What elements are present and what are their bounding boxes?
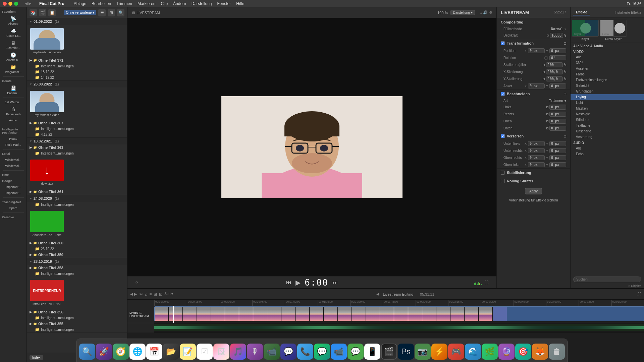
rolling-header[interactable]: Rolling Shutter	[497, 177, 570, 185]
menu-trimmen[interactable]: Trimmen	[116, 1, 132, 6]
video-track-content[interactable]	[154, 306, 644, 323]
crop-bottom-input[interactable]: 0 px	[549, 126, 566, 131]
clip-item-intro[interactable]: ENTREPRENEUR Intro Leon...ari FINAL	[28, 278, 66, 308]
dock-app3[interactable]: 🌊	[465, 344, 481, 360]
scale-x-input[interactable]: 100,0	[546, 69, 563, 74]
dock-app1[interactable]: ⚡	[431, 344, 447, 360]
unschaerfe-item[interactable]: Unschärfe	[571, 128, 644, 134]
dock-skype[interactable]: 📞	[297, 344, 313, 360]
audio-category[interactable]: AUDIO	[571, 140, 644, 145]
rotation-input[interactable]: 0°	[549, 55, 566, 60]
stilisieren-item[interactable]: Stilisieren	[571, 117, 644, 123]
menu-aendern[interactable]: Ändern	[173, 1, 186, 6]
maximize-button[interactable]	[14, 2, 18, 6]
title-ohne363[interactable]: ▶ 📁 Ohne Titel 363	[27, 144, 127, 150]
distort-icon[interactable]: ⊡	[564, 134, 566, 138]
video-clip-bar[interactable]	[154, 306, 644, 321]
crop-header[interactable]: ✓ Beschneiden ⊡	[497, 90, 570, 98]
top-left-y[interactable]: 0 px	[549, 162, 566, 167]
folder-intelligent-6[interactable]: 📁 Intelligent...mmlungen	[27, 315, 127, 321]
menu-darstellung[interactable]: Darstellung	[192, 1, 212, 6]
timeline-tool-2[interactable]: ⌂	[145, 292, 147, 297]
opacity-input[interactable]: 100,0	[550, 33, 563, 38]
minimize-button[interactable]	[8, 2, 12, 6]
dock-messages[interactable]: 💬	[280, 344, 297, 360]
bottom-left-x[interactable]: 0 px	[528, 141, 545, 146]
luma-keyer-thumb[interactable]: Luma	[600, 20, 627, 37]
rolling-checkbox[interactable]	[501, 179, 505, 183]
menu-markieren[interactable]: Markieren	[138, 1, 155, 6]
view-info-icon[interactable]: ℹ	[480, 10, 482, 15]
farbe-item[interactable]: Farbe	[571, 71, 644, 77]
transformation-header[interactable]: ✓ Transformation ⊡	[497, 39, 570, 47]
dock-trash[interactable]: 🗑	[549, 344, 565, 360]
top-right-y[interactable]: 0 px	[549, 155, 566, 160]
textfaeche-item[interactable]: Textfäche	[571, 123, 644, 128]
sidebar-item-icloud[interactable]: ☁️ iCloud Dr...	[0, 27, 26, 39]
timeline-nav-back[interactable]: ◀	[130, 292, 133, 296]
nostalgie-item[interactable]: Nostalgie	[571, 111, 644, 117]
title-ohne356[interactable]: ▶ 📁 Ohne Titel 356	[27, 309, 127, 315]
crop-right-input[interactable]: 0 px	[549, 112, 566, 117]
dock-app4[interactable]: 🌿	[482, 344, 498, 360]
title-ohne371[interactable]: ▶ 📁 Ohne Titel 371	[27, 57, 127, 63]
event-button[interactable]: 🎬	[39, 9, 46, 16]
preset-label[interactable]: Voreinstellung für Effekte sichern	[509, 198, 558, 202]
dock-safari[interactable]: 🧭	[113, 344, 129, 360]
folder-4-12[interactable]: 📁 4.12.22	[27, 132, 127, 137]
top-right-x[interactable]: 0 px	[528, 155, 545, 160]
menu-clip[interactable]: Clip	[161, 1, 168, 6]
folder-intelligent-7[interactable]: 📁 Intelligent...mmlungen	[27, 327, 127, 333]
audio-track-content[interactable]	[154, 323, 644, 332]
timeline-nav-fwd[interactable]: ▶	[134, 292, 137, 296]
clip-item-fantasticvideo[interactable]: my-fantastic-video	[28, 89, 66, 119]
clip-item-headingvideo[interactable]: my-head-...ing-video	[28, 26, 66, 56]
distort-checkbox[interactable]: ✓	[501, 134, 505, 138]
dock-launchpad[interactable]: 🚀	[96, 344, 112, 360]
effects-search-input[interactable]	[573, 277, 641, 282]
bottom-left-y[interactable]: 0 px	[549, 141, 566, 146]
rotation-dial[interactable]	[544, 56, 548, 60]
title-ohne355[interactable]: ▶ 📁 Ohne Titel 355	[27, 321, 127, 327]
timeline-left-nav[interactable]: ◀	[376, 292, 379, 296]
title-ohne359[interactable]: ▶ 📁 Ohne Titel 359	[27, 252, 127, 258]
dock-app7[interactable]: 🦊	[532, 344, 548, 360]
crop-top-input[interactable]: 0 px	[549, 119, 566, 124]
search-btn[interactable]: 🔍	[117, 9, 124, 16]
all-audio-item[interactable]: Alle	[571, 145, 644, 151]
all-effects-item[interactable]: Alle	[571, 54, 644, 60]
sidebar-item-apps[interactable]: 📁 Programm...	[0, 63, 26, 75]
title-ohne361[interactable]: ▶ 📁 Ohne Titel 361	[27, 189, 127, 195]
stabilize-checkbox[interactable]	[501, 171, 505, 175]
date-header-feb2021[interactable]: ▼ 18.02.2021 (1)	[27, 138, 127, 144]
grundlagen-item[interactable]: Grundlagen	[571, 88, 644, 94]
project-button[interactable]: 📋	[48, 9, 56, 16]
dock-app6[interactable]: 🎯	[515, 344, 531, 360]
menu-bearbeiten[interactable]: Bearbeiten	[92, 1, 111, 6]
sidebar-item-desktop[interactable]: 🖥 Schreibt...	[0, 39, 26, 51]
sidebar-item-repeat1[interactable]: Wiederhol...	[0, 157, 26, 163]
dock-photoshop[interactable]: Ps	[398, 344, 414, 360]
compositing-header[interactable]: Compositing	[497, 18, 570, 26]
dock-app2[interactable]: 🎮	[448, 344, 464, 360]
title-ohne367[interactable]: ▶ 📁 Ohne Titel 367	[27, 120, 127, 126]
dock-zoom[interactable]: 📹	[331, 344, 347, 360]
dock-final-cut[interactable]: 🎬	[381, 344, 397, 360]
timeline-tool-3[interactable]: ≡	[149, 292, 152, 297]
dock-wechat[interactable]: 💬	[347, 344, 364, 360]
menu-hilfe[interactable]: Hilfe	[236, 1, 244, 6]
sidebar-item-airdrop[interactable]: 📡 AirDrop	[0, 15, 26, 27]
effects-tab[interactable]: Effekte	[573, 9, 590, 15]
dock-calendar[interactable]: 📅	[146, 344, 162, 360]
timeline-tool-5[interactable]: ⊡	[159, 292, 162, 297]
dock-podcasts[interactable]: 🎙	[247, 344, 263, 360]
grid-view-btn[interactable]: ⊞	[108, 9, 115, 16]
bottom-right-x[interactable]: 0 px	[528, 148, 545, 153]
aussehen-item[interactable]: Ausehen	[571, 66, 644, 71]
clip-item-abonniere[interactable]: Abonniere...de - Ecke	[28, 209, 66, 239]
sidebar-item-today[interactable]: Heute	[0, 136, 26, 142]
folder-intelligent-4[interactable]: 📁 Intelligent...mmlungen	[27, 202, 127, 207]
timeline-tool-4[interactable]: ⊞	[154, 292, 157, 297]
folder-intelligent-2[interactable]: 📁 Intelligent...mmlungen	[27, 126, 127, 132]
timeline-tool-1[interactable]: ✂	[140, 292, 143, 297]
